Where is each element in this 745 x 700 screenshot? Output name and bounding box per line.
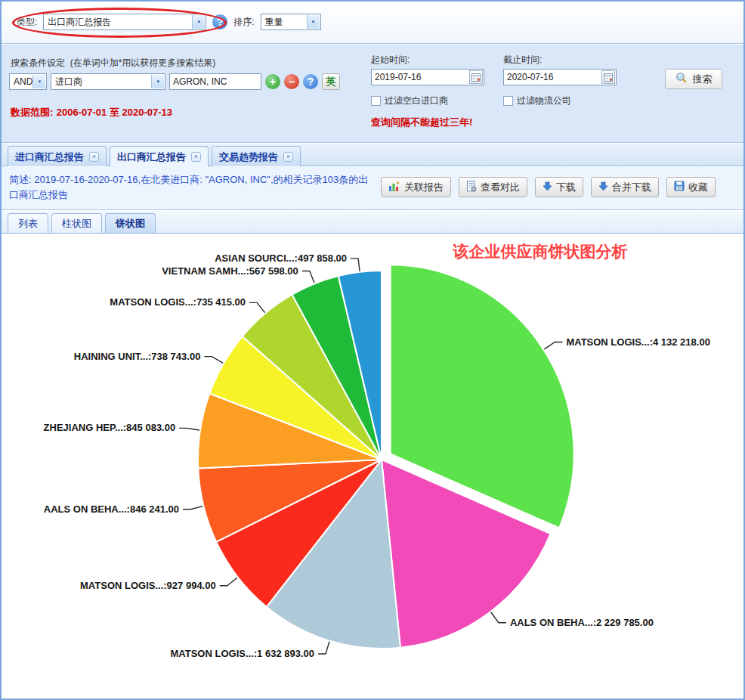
chevron-down-icon[interactable]: ▼ <box>307 15 320 29</box>
label-leader-line <box>183 506 203 510</box>
chevron-down-icon[interactable]: ▼ <box>32 75 45 88</box>
magnifier-icon <box>675 72 688 86</box>
filter-logistics-label: 过滤物流公司 <box>517 94 571 107</box>
close-icon[interactable]: × <box>283 152 293 162</box>
query-interval-warning: 查询间隔不能超过三年! <box>371 116 472 129</box>
filter-blank-importer-checkbox[interactable] <box>371 96 381 106</box>
search-settings-title: 搜索条件设定 (在单词中加*用以获得更多搜索结果) <box>11 57 215 70</box>
search-button-label: 搜索 <box>693 73 713 86</box>
sort-label: 排序: <box>233 16 254 29</box>
pie-chart-title: 该企业供应商饼状图分析 <box>453 243 628 260</box>
english-toggle-button[interactable]: 英 <box>322 73 340 90</box>
subtab-pie-chart[interactable]: 饼状图 <box>105 213 156 233</box>
label-leader-line <box>179 428 199 430</box>
help-icon[interactable]: ? <box>303 74 318 89</box>
type-label: 类型: <box>17 16 37 29</box>
subtab-list[interactable]: 列表 <box>8 213 48 233</box>
tab-importer-summary-report[interactable]: 进口商汇总报告 × <box>8 146 107 166</box>
label-leader-line <box>351 259 360 271</box>
favorite-button[interactable]: 收藏 <box>666 177 716 197</box>
pie-slice-label: AALS ON BEHA...:2 229 785.00 <box>510 617 654 628</box>
pie-slice-label: ZHEJIANG HEP...:845 083.00 <box>44 422 176 433</box>
summary-panel: 简述: 2019-07-16-2020-07-16,在北美进口商: "AGRON… <box>2 167 743 210</box>
end-date-input[interactable] <box>503 69 617 85</box>
report-tabbar: 进口商汇总报告 × 出口商汇总报告 × 交易趋势报告 × <box>2 144 743 166</box>
related-report-button[interactable]: 关联报告 <box>381 177 451 197</box>
tab-exporter-summary-report[interactable]: 出口商汇总报告 × <box>110 146 209 167</box>
pie-chart-panel: 该企业供应商饼状图分析MATSON LOGIS...:4 132 218.00A… <box>2 234 743 698</box>
start-date-label: 起始时间: <box>371 54 484 67</box>
label-leader-line <box>544 342 562 349</box>
filter-logistics-checkbox[interactable] <box>503 96 513 106</box>
search-field-select[interactable]: 进口商 ▼ <box>51 73 165 90</box>
add-condition-icon[interactable]: + <box>265 74 280 89</box>
save-disk-icon <box>674 181 685 194</box>
label-leader-line <box>204 357 223 364</box>
compare-doc-icon <box>466 181 477 194</box>
calendar-icon[interactable] <box>601 70 615 84</box>
data-range-label: 数据范围: <box>11 107 53 118</box>
boolean-operator-select[interactable]: AND ▼ <box>9 73 47 90</box>
pie-slice-label: AALS ON BEHA...:846 241.00 <box>44 503 179 515</box>
search-panel: 搜索条件设定 (在单词中加*用以获得更多搜索结果) AND ▼ 进口商 ▼ + … <box>2 45 743 143</box>
sort-select[interactable]: 重量 ▼ <box>261 14 321 30</box>
download-button[interactable]: 下载 <box>535 177 583 197</box>
subtab-bar-chart[interactable]: 柱状图 <box>51 213 102 233</box>
label-leader-line <box>249 302 265 312</box>
report-summary-text: 简述: 2019-07-16-2020-07-16,在北美进口商: "AGRON… <box>9 172 372 203</box>
sort-select-value: 重量 <box>265 16 283 29</box>
view-subtabbar: 列表 柱状图 饼状图 <box>2 211 743 234</box>
pie-slice-label: ASIAN SOURCI...:497 858.00 <box>215 252 347 264</box>
label-leader-line <box>318 642 329 654</box>
label-leader-line <box>220 578 237 586</box>
remove-condition-icon[interactable]: − <box>284 74 299 89</box>
label-leader-line <box>302 271 314 283</box>
close-icon[interactable]: × <box>191 152 201 162</box>
pie-slice-label: MATSON LOGIS...:4 132 218.00 <box>566 336 710 348</box>
data-range-value: 2006-07-01 至 2020-07-13 <box>57 107 172 118</box>
download-arrow-icon <box>543 181 552 194</box>
label-leader-line <box>491 612 506 623</box>
pie-slice-label: VIETNAM SAMH...:567 598.00 <box>162 265 298 277</box>
chevron-down-icon[interactable]: ▼ <box>151 75 164 88</box>
type-select-value: 出口商汇总报告 <box>48 16 111 29</box>
merge-download-button[interactable]: 合并下载 <box>591 177 659 197</box>
start-date-input[interactable] <box>371 69 484 85</box>
end-date-label: 截止时间: <box>503 54 617 67</box>
pie-slice-label: MATSON LOGIS...:927 994.00 <box>80 580 216 591</box>
pie-slice-label: MATSON LOGIS...:1 632 893.00 <box>171 648 315 659</box>
tab-trade-trend-report[interactable]: 交易趋势报告 × <box>212 146 301 166</box>
pie-slice-label: HAINING UNIT...:738 743.00 <box>74 351 201 362</box>
pie-slice-label: MATSON LOGIS...:735 415.00 <box>110 296 246 308</box>
related-report-chart-icon <box>388 181 400 194</box>
type-toolbar: 类型: 出口商汇总报告 ▼ ? 排序: 重量 ▼ <box>2 2 743 44</box>
close-icon[interactable]: × <box>89 152 99 162</box>
supplier-pie-chart: 该企业供应商饼状图分析MATSON LOGIS...:4 132 218.00A… <box>8 234 740 697</box>
app-window: 类型: 出口商汇总报告 ▼ ? 排序: 重量 ▼ 搜索条件设定 (在单词中加*用… <box>0 0 745 700</box>
search-button[interactable]: 搜索 <box>665 69 722 89</box>
chevron-down-icon[interactable]: ▼ <box>192 15 205 29</box>
keyword-input[interactable] <box>169 73 261 90</box>
filter-blank-importer-label: 过滤空白进口商 <box>385 94 448 107</box>
help-icon[interactable]: ? <box>212 14 227 29</box>
calendar-icon[interactable] <box>469 70 483 84</box>
type-select[interactable]: 出口商汇总报告 ▼ <box>43 14 206 30</box>
view-compare-button[interactable]: 查看对比 <box>459 177 527 197</box>
download-arrow-icon <box>598 181 608 194</box>
